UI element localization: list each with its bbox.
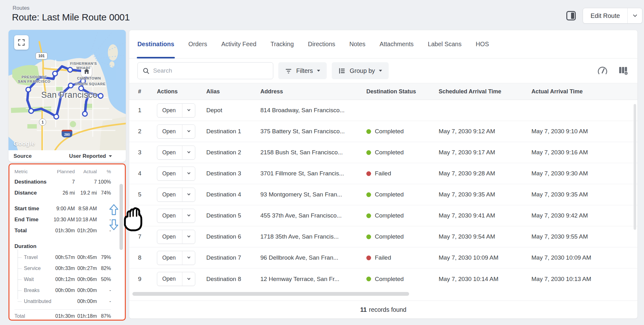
page-title: Route: Last Mile Route 0001 <box>12 12 130 23</box>
metric-destinations: Destinations 7 7 100% <box>14 176 111 187</box>
chevron-down-icon <box>187 277 190 280</box>
status-badge: Completed <box>366 212 439 219</box>
metric-start-time: Start time 9:00 AM 8:58 AM - <box>14 203 111 214</box>
divider <box>14 309 111 310</box>
status-dot-completed <box>366 129 371 134</box>
open-dropdown[interactable] <box>182 110 195 111</box>
tab-hos[interactable]: HOS <box>476 30 489 58</box>
map-label-fishermans-wharf: FISHERMAN'SWHARF <box>70 61 97 70</box>
search-input[interactable] <box>153 67 268 74</box>
tab-directions[interactable]: Directions <box>308 30 335 58</box>
edit-route-button[interactable]: Edit Route <box>583 8 642 24</box>
open-button[interactable]: Open <box>157 146 195 160</box>
route-metrics-panel: Metric Planned Actual % Destinations 7 7… <box>8 163 126 321</box>
map-fullscreen-button[interactable] <box>14 35 29 50</box>
table-header: # Actions Alias Address Destination Stat… <box>129 83 637 100</box>
edit-route-dropdown[interactable] <box>628 15 642 16</box>
column-settings-button[interactable] <box>618 66 629 76</box>
open-button[interactable]: Open <box>157 209 195 223</box>
open-button[interactable]: Open <box>157 103 195 118</box>
open-button[interactable]: Open <box>157 272 195 286</box>
table-row[interactable]: 3 Open Destination 2 2158 Bush St, San F… <box>129 142 637 163</box>
tab-orders[interactable]: Orders <box>188 30 207 58</box>
breadcrumb[interactable]: Routes <box>13 5 30 11</box>
status-dot-completed <box>366 213 371 218</box>
open-dropdown[interactable] <box>182 194 195 195</box>
metric-total-time: Total 01h:30m 01h:20m - <box>14 225 111 236</box>
status-dot-completed <box>366 192 371 197</box>
table-row[interactable]: 4 Open Destination 3 3701 Fillmore St, S… <box>129 163 637 184</box>
caret-down-icon <box>317 70 320 72</box>
open-dropdown[interactable] <box>182 152 195 153</box>
route-1-shield: 1 <box>39 118 46 126</box>
status-dot-completed <box>366 277 371 281</box>
metric-end-time: End Time 10:30 AM 10:18 AM - <box>14 214 111 225</box>
table-row[interactable]: 9 Open Destination 8 12 Hemway Terrace, … <box>129 268 637 289</box>
search-box[interactable] <box>137 62 273 79</box>
metrics-scrollbar[interactable] <box>119 184 123 250</box>
open-dropdown[interactable] <box>182 173 195 174</box>
horizontal-scrollbar[interactable] <box>132 292 409 296</box>
fullscreen-icon <box>18 39 25 46</box>
speedometer-icon <box>597 66 608 75</box>
map-label-presidio: PRESIDIO OFSAN FRANCISCO <box>18 75 51 84</box>
route-detail-page: { "header": { "breadcrumb": "Routes", "t… <box>0 0 644 325</box>
tab-label-scans[interactable]: Label Scans <box>428 30 461 58</box>
vertical-scrollbar[interactable] <box>634 104 636 230</box>
open-dropdown[interactable] <box>182 279 195 279</box>
open-button[interactable]: Open <box>157 251 195 265</box>
caret-down-icon <box>379 70 382 72</box>
status-dot-completed <box>366 234 371 239</box>
source-select[interactable]: User Reported <box>69 153 112 159</box>
col-number: # <box>138 88 157 95</box>
map-label-city: San Francisco <box>41 90 97 100</box>
open-button[interactable]: Open <box>157 167 195 181</box>
open-button[interactable]: Open <box>157 230 195 244</box>
metric-duration-header: Duration <box>14 241 111 252</box>
table-toolbar: Filters Group by <box>129 58 637 83</box>
route-performance-button[interactable] <box>597 66 608 75</box>
source-row: Source User Reported <box>8 150 126 162</box>
panel-toggle-icon <box>566 11 576 20</box>
chevron-down-icon <box>187 108 190 111</box>
table-row[interactable]: 8 Open Destination 7 96 Dellbrook Ave, S… <box>129 247 637 268</box>
metric-wait: Wait 00h:12m 00h:06m 50% <box>14 274 111 285</box>
table-row[interactable]: 1 Open Depot 814 Broadway, San Francisco… <box>129 100 637 121</box>
open-button[interactable]: Open <box>157 124 195 139</box>
edit-route-label: Edit Route <box>583 12 627 19</box>
open-dropdown[interactable] <box>182 131 195 132</box>
col-actual-arrival: Actual Arrival Time <box>531 88 637 95</box>
status-badge: Completed <box>366 128 439 135</box>
map-label-union-square: UNION SQUARE <box>75 82 106 86</box>
metric-unattributed: Unattributed 00h:00m - <box>14 296 111 307</box>
chevron-down-icon <box>187 129 190 132</box>
chevron-down-icon <box>187 150 190 153</box>
table-row[interactable]: 7 Open Destination 6 1718 35th Ave, San … <box>129 226 637 247</box>
status-dot-completed <box>366 150 371 155</box>
status-badge: Completed <box>366 276 439 283</box>
google-logo: Google <box>14 140 35 147</box>
tab-activity-feed[interactable]: Activity Feed <box>221 30 257 58</box>
chevron-down-icon <box>187 256 190 259</box>
side-panel-toggle-button[interactable] <box>565 9 577 22</box>
map-canvas[interactable]: 101 1 280 FISHERMAN'SWHARF PRESIDIO OFSA… <box>8 30 126 150</box>
open-button[interactable]: Open <box>157 188 195 202</box>
open-dropdown[interactable] <box>182 215 195 216</box>
caret-down-icon <box>109 155 112 157</box>
status-badge: Completed <box>366 191 439 198</box>
col-alias: Alias <box>206 88 260 95</box>
table-row[interactable]: 5 Open Destination 4 93 Montgomery St, S… <box>129 184 637 205</box>
tab-tracking[interactable]: Tracking <box>270 30 294 58</box>
columns-gear-icon <box>618 66 629 76</box>
open-dropdown[interactable] <box>182 236 195 237</box>
filters-button[interactable]: Filters <box>278 62 327 79</box>
group-by-button[interactable]: Group by <box>332 62 389 79</box>
table-row[interactable]: 6 Open Destination 5 455 37th Ave, San F… <box>129 205 637 226</box>
open-dropdown[interactable] <box>182 257 195 258</box>
tab-destinations[interactable]: Destinations <box>137 30 174 58</box>
status-badge: Completed <box>366 233 439 240</box>
tab-notes[interactable]: Notes <box>349 30 365 58</box>
metric-breaks: Breaks 00h:00m 00h:00m - <box>14 285 111 296</box>
table-row[interactable]: 2 Open Destination 1 375 Battery St, San… <box>129 121 637 142</box>
tab-attachments[interactable]: Attachments <box>380 30 414 58</box>
